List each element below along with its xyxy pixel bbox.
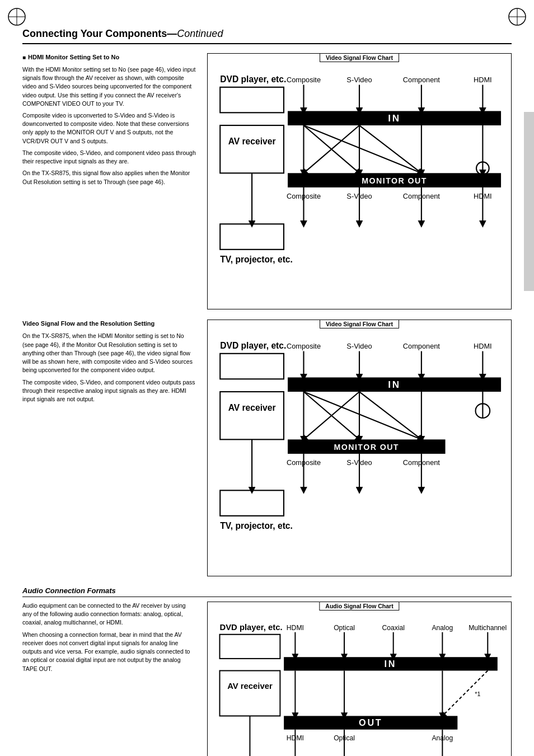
audio-para2: When choosing a connection format, bear … <box>22 631 196 673</box>
svg-text:Component: Component <box>403 76 441 84</box>
section-hdmi-text: HDMI Monitor Setting Set to No With the … <box>22 53 196 309</box>
svg-text:S-Video: S-Video <box>346 76 372 84</box>
svg-line-66 <box>303 392 421 440</box>
svg-text:DVD player, etc.: DVD player, etc. <box>220 341 286 351</box>
svg-rect-49 <box>220 354 284 379</box>
svg-text:OUT: OUT <box>359 717 382 727</box>
flow-chart-3: Audio Signal Flow Chart <box>207 602 512 756</box>
flow-chart-2-title: Video Signal Flow Chart <box>320 320 399 328</box>
resolution-para1: On the TX-SR875, when the HDMI Monitor s… <box>22 332 196 374</box>
svg-text:AV receiver: AV receiver <box>228 403 276 413</box>
flow-chart-2: Video Signal Flow Chart DVD player, etc. <box>207 320 512 576</box>
hdmi-para3: The composite video, S-Video, and compon… <box>22 149 196 166</box>
svg-text:*1: *1 <box>475 691 480 697</box>
hdmi-para1: With the HDMI Monitor setting set to No … <box>22 65 196 108</box>
svg-text:S-Video: S-Video <box>346 342 372 351</box>
flow-chart-2-inner: DVD player, etc. Composite S-Video Compo… <box>212 331 507 571</box>
section-audio: Audio Connection Formats Audio equipment… <box>22 586 512 756</box>
flow-chart-1-svg: DVD player, etc. Composite S-Video Compo… <box>212 65 507 303</box>
svg-text:IN: IN <box>388 379 401 390</box>
flow-chart-3-title: Audio Signal Flow Chart <box>319 602 399 611</box>
corner-mark-tr <box>506 6 528 28</box>
resolution-para2: The composite video, S-Video, and compon… <box>22 378 196 404</box>
flow-chart-2-svg: DVD player, etc. Composite S-Video Compo… <box>212 331 507 570</box>
page-header: Connecting Your Components—Continued <box>22 28 512 44</box>
flow-chart-3-inner: DVD player, etc. HDMI Optical Coaxial An… <box>212 613 507 756</box>
svg-text:DVD player, etc.: DVD player, etc. <box>219 623 282 632</box>
svg-rect-80 <box>220 491 284 516</box>
svg-text:Coaxial: Coaxial <box>382 624 404 632</box>
svg-text:Composite: Composite <box>287 76 321 84</box>
svg-rect-13 <box>220 87 284 112</box>
svg-line-101 <box>442 670 488 716</box>
svg-rect-96 <box>219 670 280 716</box>
audio-para1: Audio equipment can be connected to the … <box>22 602 196 627</box>
section-hdmi: HDMI Monitor Setting Set to No With the … <box>22 53 512 309</box>
svg-rect-83 <box>219 635 280 659</box>
resolution-heading: Video Signal Flow and the Resolution Set… <box>22 320 196 328</box>
svg-text:AV receiver: AV receiver <box>227 682 273 691</box>
section-resolution-text: Video Signal Flow and the Resolution Set… <box>22 320 196 576</box>
flow-chart-1-title: Video Signal Flow Chart <box>320 53 399 62</box>
svg-text:IN: IN <box>385 659 397 669</box>
svg-text:MONITOR OUT: MONITOR OUT <box>362 176 427 185</box>
flow-chart-1: Video Signal Flow Chart DVD player, etc.… <box>207 53 512 309</box>
flow-chart-1-inner: DVD player, etc. Composite S-Video Compo… <box>212 65 507 304</box>
section-hdmi-chart: Video Signal Flow Chart DVD player, etc.… <box>207 53 512 309</box>
svg-text:MONITOR OUT: MONITOR OUT <box>334 443 399 452</box>
svg-text:Composite: Composite <box>287 342 321 351</box>
svg-rect-46 <box>220 224 284 249</box>
svg-rect-60 <box>220 392 284 440</box>
svg-text:DVD player, etc.: DVD player, etc. <box>220 74 286 84</box>
svg-line-31 <box>359 125 421 173</box>
hdmi-heading: HDMI Monitor Setting Set to No <box>22 53 196 62</box>
svg-text:HDMI: HDMI <box>474 342 492 351</box>
audio-text: Audio equipment can be connected to the … <box>22 602 196 756</box>
section-resolution: Video Signal Flow and the Resolution Set… <box>22 320 512 576</box>
svg-line-30 <box>303 125 421 173</box>
hdmi-para2: Composite video is upconverted to S-Vide… <box>22 111 196 145</box>
corner-mark-tl <box>6 6 28 28</box>
svg-text:HDMI: HDMI <box>287 624 304 632</box>
sidebar-strip <box>524 112 534 291</box>
svg-text:Multichannel: Multichannel <box>469 624 507 632</box>
svg-rect-24 <box>220 125 284 173</box>
page-title: Connecting Your Components—Continued <box>22 28 512 40</box>
hdmi-para4: On the TX-SR875, this signal flow also a… <box>22 169 196 186</box>
flow-chart-3-svg: DVD player, etc. HDMI Optical Coaxial An… <box>212 613 507 756</box>
svg-text:HDMI: HDMI <box>474 76 492 84</box>
svg-line-67 <box>359 392 421 440</box>
svg-text:Analog: Analog <box>432 624 453 632</box>
section-resolution-chart: Video Signal Flow Chart DVD player, etc. <box>207 320 512 576</box>
svg-text:Component: Component <box>403 342 441 351</box>
audio-chart: Audio Signal Flow Chart <box>207 602 512 756</box>
svg-text:TV, projector, etc.: TV, projector, etc. <box>220 255 293 264</box>
svg-text:TV, projector, etc.: TV, projector, etc. <box>220 521 293 530</box>
svg-text:IN: IN <box>388 113 401 124</box>
audio-heading: Audio Connection Formats <box>22 586 512 597</box>
svg-text:AV receiver: AV receiver <box>228 137 276 146</box>
audio-two-col: Audio equipment can be connected to the … <box>22 602 512 756</box>
svg-text:Optical: Optical <box>334 624 355 632</box>
